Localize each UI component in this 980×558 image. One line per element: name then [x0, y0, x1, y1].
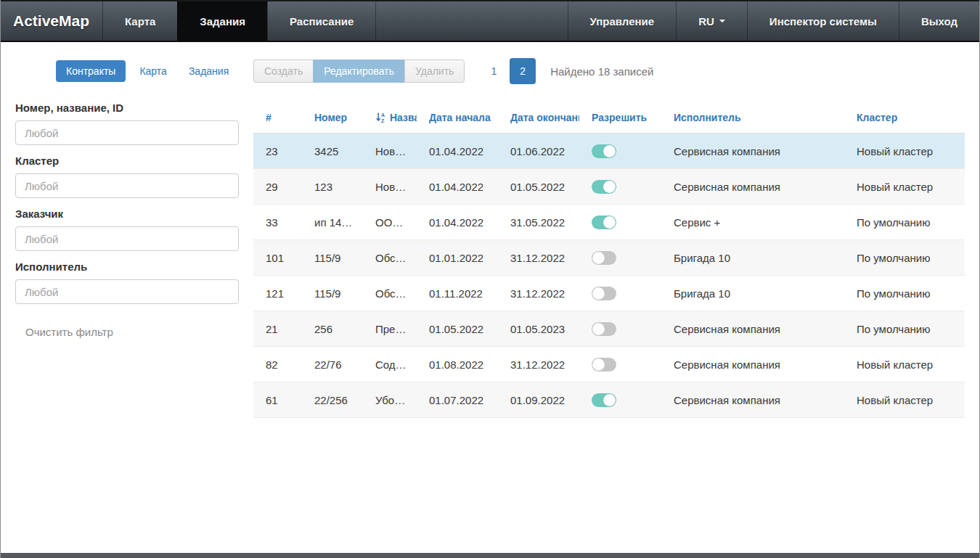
app-brand: ActiveMap	[1, 1, 102, 41]
cell-id: 21	[253, 323, 302, 335]
allow-toggle[interactable]	[592, 251, 616, 265]
cell-cluster: По умолчанию	[844, 216, 965, 229]
cell-cluster: По умолчанию	[844, 252, 965, 264]
cell-number: 115/9	[302, 287, 363, 300]
column-header-name-label: Название	[390, 112, 417, 123]
cell-number: 123	[302, 181, 363, 193]
cell-number: 256	[302, 323, 363, 335]
cell-allow	[579, 321, 661, 336]
cell-name: Нов…	[363, 145, 417, 157]
caret-down-icon	[719, 20, 725, 22]
column-header-allow[interactable]: Разрешить	[579, 112, 661, 123]
cell-id: 82	[253, 358, 302, 371]
column-header-name[interactable]: A Z Название	[363, 112, 417, 123]
create-button[interactable]: Создать	[253, 60, 313, 83]
main-nav-item[interactable]: Выход	[899, 1, 979, 41]
cell-cluster: Новый кластер	[844, 358, 965, 371]
filter-field: Номер, название, ID	[15, 102, 239, 145]
main-nav-item[interactable]: Управление	[568, 1, 677, 41]
page-button[interactable]: 2	[510, 58, 536, 84]
page-button[interactable]: 1	[486, 65, 501, 77]
cell-name: Обс…	[363, 287, 417, 300]
section-tab[interactable]: Задания	[181, 60, 237, 82]
cell-date-end: 31.12.2022	[498, 252, 579, 264]
records-found-text: Найдено 18 записей	[550, 65, 653, 78]
column-header-cluster[interactable]: Кластер	[844, 112, 965, 123]
column-header-number[interactable]: Номер	[302, 112, 363, 123]
clear-filter-link[interactable]: Очистить фильтр	[25, 326, 239, 338]
page-content: Контракты Карта Задания Создать Редактир…	[1, 42, 979, 551]
cell-cluster: По умолчанию	[844, 323, 965, 335]
cell-id: 121	[253, 287, 302, 300]
section-tab-label: Контракты	[66, 65, 115, 77]
section-tab-label: Задания	[189, 65, 229, 77]
allow-toggle[interactable]	[592, 287, 616, 300]
filter-field-label: Заказчик	[15, 208, 239, 220]
delete-button[interactable]: Удалить	[404, 60, 465, 83]
cell-cluster: По умолчанию	[844, 287, 965, 300]
column-header-id[interactable]: #	[253, 112, 302, 123]
filter-field-input[interactable]	[15, 226, 239, 251]
column-header-date-start[interactable]: Дата начала	[417, 112, 498, 123]
main-nav-tab[interactable]: Карта	[102, 1, 177, 41]
cell-date-end: 31.12.2022	[498, 358, 579, 371]
cell-id: 23	[253, 145, 302, 157]
cell-date-end: 31.05.2022	[498, 216, 579, 229]
filter-field: Кластер	[15, 155, 239, 198]
cell-allow	[579, 357, 661, 372]
section-tab[interactable]: Контракты	[56, 60, 126, 82]
allow-toggle[interactable]	[592, 216, 616, 229]
section-tabs: Контракты Карта Задания	[15, 60, 253, 82]
main-nav-tab[interactable]: Задания	[177, 1, 267, 41]
filter-field-input[interactable]	[15, 120, 239, 145]
cell-executor: Сервисная компания	[661, 181, 844, 193]
main-nav-tab[interactable]: Расписание	[267, 1, 376, 41]
cell-date-end: 01.05.2022	[498, 181, 579, 193]
column-header-date-end[interactable]: Дата окончания	[498, 112, 579, 123]
cell-name: Сод…	[363, 358, 417, 371]
table-row[interactable]: 121 115/9 Обс… 01.11.2022 31.12.2022 Бри…	[253, 276, 965, 311]
table-row[interactable]: 82 22/76 Сод… 01.08.2022 31.12.2022 Серв…	[253, 347, 965, 382]
svg-text:Z: Z	[381, 118, 385, 123]
table-row[interactable]: 21 256 Пре… 01.05.2022 01.05.2023 Сервис…	[253, 311, 965, 347]
cell-number: 22/256	[302, 394, 363, 406]
main-nav-item[interactable]: Инспектор системы	[747, 1, 899, 41]
edit-button[interactable]: Редактировать	[313, 60, 404, 83]
allow-toggle[interactable]	[592, 180, 616, 194]
main-nav-item[interactable]: RU	[676, 1, 747, 41]
section-tab[interactable]: Карта	[131, 60, 174, 82]
table-row[interactable]: 29 123 Нов… 01.04.2022 01.05.2022 Сервис…	[253, 169, 965, 205]
main-nav-right: Управление RU Инспектор системы Выход	[568, 1, 979, 41]
cell-number: ип 14…	[302, 216, 363, 229]
cell-allow	[579, 144, 661, 158]
section-tab-label: Карта	[139, 65, 166, 77]
main-nav-item-label: Выход	[921, 15, 957, 28]
table-row[interactable]: 23 3425 Нов… 01.04.2022 01.06.2022 Серви…	[253, 134, 965, 169]
cell-date-end: 01.09.2022	[498, 394, 579, 406]
cell-allow	[579, 179, 661, 194]
filter-sidebar: Номер, название, ID Кластер Заказчик Исп…	[15, 102, 239, 338]
app-window: ActiveMap Карта Задания Расписание Управ…	[0, 0, 980, 558]
main-nav-tab-label: Расписание	[290, 15, 354, 28]
allow-toggle[interactable]	[592, 358, 616, 372]
cell-id: 29	[253, 181, 302, 193]
table-header: # Номер A Z Название Дата начала	[253, 102, 965, 134]
table-row[interactable]: 101 115/9 Обс… 01.01.2022 31.12.2022 Бри…	[253, 240, 965, 276]
cell-id: 33	[253, 216, 302, 229]
cell-cluster: Новый кластер	[844, 145, 965, 157]
allow-toggle[interactable]	[592, 144, 616, 158]
filter-field-input[interactable]	[15, 173, 239, 198]
table-row[interactable]: 61 22/256 Убо… 01.07.2022 01.09.2022 Сер…	[253, 382, 965, 418]
navbar-spacer	[376, 1, 567, 41]
cell-allow	[579, 286, 661, 300]
cell-date-start: 01.08.2022	[417, 358, 498, 371]
table-row[interactable]: 33 ип 14… ОО… 01.04.2022 31.05.2022 Серв…	[253, 205, 965, 240]
cell-name: ОО…	[363, 216, 417, 229]
cell-number: 115/9	[302, 252, 363, 264]
filter-fields: Номер, название, ID Кластер Заказчик Исп…	[15, 102, 239, 304]
allow-toggle[interactable]	[592, 393, 616, 407]
allow-toggle[interactable]	[592, 322, 616, 336]
filter-field-input[interactable]	[15, 279, 239, 304]
column-header-executor[interactable]: Исполнитель	[661, 112, 844, 123]
cell-cluster: Новый кластер	[844, 394, 965, 406]
